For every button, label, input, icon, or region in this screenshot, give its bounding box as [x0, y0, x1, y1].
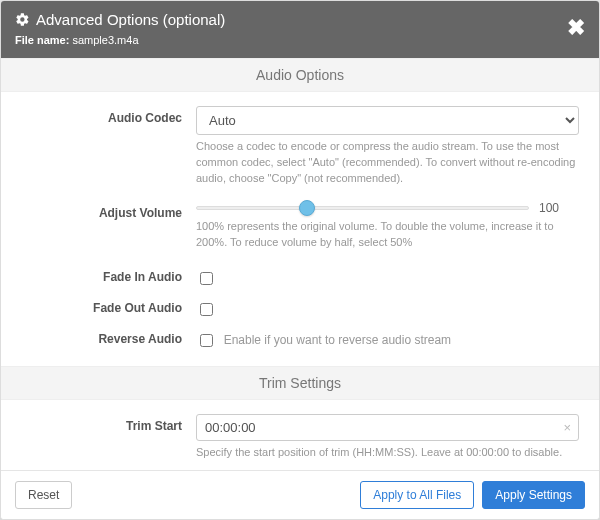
volume-slider[interactable]	[196, 201, 529, 215]
file-name-label: File name:	[15, 34, 69, 46]
modal-footer: Reset Apply to All Files Apply Settings	[1, 470, 599, 519]
reverse-audio-label: Reverse Audio	[21, 327, 196, 350]
row-fade-out: Fade Out Audio	[21, 296, 579, 319]
row-adjust-volume: Adjust Volume 100 100% represents the or…	[21, 201, 579, 251]
adjust-volume-label: Adjust Volume	[21, 201, 196, 251]
audio-options-form: Audio Codec Auto Choose a codec to encod…	[1, 92, 599, 366]
gear-icon	[15, 12, 30, 27]
advanced-options-modal: Advanced Options (optional) File name: s…	[0, 0, 600, 520]
fade-out-checkbox[interactable]	[200, 303, 213, 316]
modal-header: Advanced Options (optional) File name: s…	[1, 1, 599, 58]
row-reverse-audio: Reverse Audio Enable if you want to reve…	[21, 327, 579, 350]
volume-value: 100	[539, 201, 579, 215]
close-icon[interactable]: ✖	[567, 17, 585, 39]
reverse-audio-help: Enable if you want to reverse audio stre…	[224, 333, 451, 347]
audio-codec-label: Audio Codec	[21, 106, 196, 187]
file-name-value: sample3.m4a	[72, 34, 138, 46]
row-audio-codec: Audio Codec Auto Choose a codec to encod…	[21, 106, 579, 187]
row-fade-in: Fade In Audio	[21, 265, 579, 288]
fade-in-label: Fade In Audio	[21, 265, 196, 288]
trim-settings-form: Trim Start × Specify the start position …	[1, 400, 599, 470]
apply-settings-button[interactable]: Apply Settings	[482, 481, 585, 509]
audio-codec-select[interactable]: Auto	[196, 106, 579, 135]
adjust-volume-help: 100% represents the original volume. To …	[196, 219, 579, 251]
trim-start-help: Specify the start position of trim (HH:M…	[196, 445, 579, 461]
modal-body: Audio Options Audio Codec Auto Choose a …	[1, 58, 599, 470]
audio-codec-help: Choose a codec to encode or compress the…	[196, 139, 579, 187]
reset-button[interactable]: Reset	[15, 481, 72, 509]
apply-all-button[interactable]: Apply to All Files	[360, 481, 474, 509]
section-trim-title: Trim Settings	[1, 366, 599, 400]
clear-icon[interactable]: ×	[563, 420, 571, 435]
trim-start-input[interactable]	[196, 414, 579, 441]
row-trim-start: Trim Start × Specify the start position …	[21, 414, 579, 461]
slider-track	[196, 206, 529, 210]
fade-out-label: Fade Out Audio	[21, 296, 196, 319]
reverse-audio-checkbox[interactable]	[200, 334, 213, 347]
section-audio-title: Audio Options	[1, 58, 599, 92]
fade-in-checkbox[interactable]	[200, 272, 213, 285]
modal-title: Advanced Options (optional)	[36, 11, 225, 28]
slider-thumb[interactable]	[299, 200, 315, 216]
trim-start-label: Trim Start	[21, 414, 196, 461]
modal-title-row: Advanced Options (optional)	[15, 11, 585, 28]
modal-subtitle: File name: sample3.m4a	[15, 34, 585, 46]
